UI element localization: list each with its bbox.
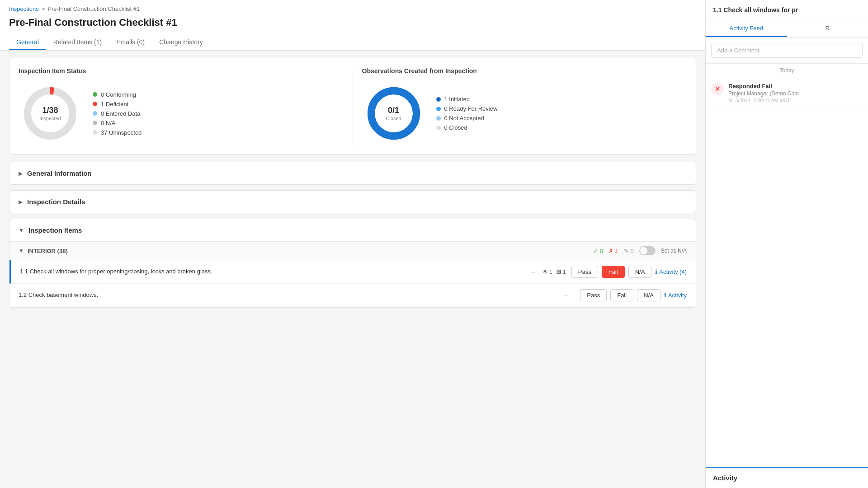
donut-main: 1/38 bbox=[39, 106, 61, 116]
feed-title-1: Responded Fail bbox=[728, 83, 863, 89]
inspection-status-title: Inspection Item Status bbox=[19, 67, 344, 75]
general-info-section: ▶ General Information bbox=[9, 162, 696, 185]
status-card: Inspection Item Status 1/38 Inspected bbox=[9, 58, 696, 155]
breadcrumb-current: Pre-Final Construction Checklist #1 bbox=[47, 5, 140, 12]
obs-donut-sub: Closed bbox=[386, 116, 401, 121]
add-comment-area bbox=[706, 38, 868, 64]
row-actions-1-2: Pass Fail N/A ℹ Activity bbox=[580, 289, 687, 301]
pass-button-1-2[interactable]: Pass bbox=[580, 289, 607, 301]
inspection-details-header[interactable]: ▶ Inspection Details bbox=[9, 191, 696, 213]
fail-button-1-2[interactable]: Fail bbox=[610, 289, 633, 301]
observations-donut: 0/1 Closed bbox=[362, 82, 425, 145]
page-title: Pre-Final Construction Checklist #1 bbox=[9, 17, 177, 28]
activity-button-1-1[interactable]: ℹ Activity (4) bbox=[655, 268, 687, 275]
feed-fail-icon: ✕ bbox=[711, 83, 724, 95]
set-na-toggle[interactable] bbox=[639, 246, 656, 255]
inspection-donut: 1/38 Inspected bbox=[19, 82, 82, 145]
panel-tab-related[interactable]: R bbox=[787, 20, 868, 37]
tab-emails[interactable]: Emails (0) bbox=[109, 35, 152, 50]
inspection-row-1-1: 1.1 Check all windows for proper opening… bbox=[9, 260, 696, 284]
info-icon-2: ℹ bbox=[664, 292, 666, 299]
inspection-items-header[interactable]: ▼ Inspection Items bbox=[9, 219, 696, 241]
na-button-1-2[interactable]: N/A bbox=[637, 289, 660, 301]
na-button-1-1[interactable]: N/A bbox=[628, 266, 652, 278]
fail-button-1-1[interactable]: Fail bbox=[602, 266, 625, 278]
row-actions-1-1: Pass Fail N/A ℹ Activity (4) bbox=[571, 266, 687, 278]
right-panel: 1.1 Check all windows for pr Activity Fe… bbox=[705, 0, 868, 488]
inspection-items-card: ▼ Inspection Items ▼ INTERIOR (38) ✓ 0 ✗… bbox=[9, 219, 696, 308]
activity-panel[interactable]: Activity bbox=[706, 467, 868, 488]
interior-chevron: ▼ bbox=[19, 248, 24, 254]
add-comment-input[interactable] bbox=[711, 43, 863, 58]
tab-change-history[interactable]: Change History bbox=[152, 35, 210, 50]
breadcrumb-sep: > bbox=[42, 5, 45, 12]
feed-content-1: Responded Fail Project Manager (Demo Com… bbox=[728, 83, 863, 103]
interior-title-text: INTERIOR (38) bbox=[28, 248, 68, 254]
tab-related-items[interactable]: Related Items (1) bbox=[46, 35, 109, 50]
inspection-item-status: Inspection Item Status 1/38 Inspected bbox=[19, 67, 344, 145]
activity-panel-title: Activity bbox=[713, 474, 737, 482]
obs-donut-main: 0/1 bbox=[386, 106, 401, 116]
chevron-right-icon-2: ▶ bbox=[19, 199, 23, 205]
feed-time-1: 8/13/2024, 7:08:47 AM MST bbox=[728, 98, 863, 103]
row-title-1-2: 1.2 Check basement windows. bbox=[19, 291, 557, 299]
status-divider bbox=[353, 67, 353, 145]
info-icon: ℹ bbox=[655, 268, 657, 275]
donut-sub: Inspected bbox=[39, 116, 61, 121]
general-info-title: General Information bbox=[27, 169, 92, 177]
feed-date: Today bbox=[706, 64, 868, 77]
observations-legend: 1 Initiated 0 Ready For Review 0 Not Acc… bbox=[436, 96, 498, 131]
chevron-down-icon: ▼ bbox=[19, 227, 24, 234]
row-title-1-1: 1.1 Check all windows for proper opening… bbox=[20, 267, 524, 276]
activity-button-1-2[interactable]: ℹ Activity bbox=[664, 292, 687, 299]
set-na-label: Set as N/A bbox=[661, 248, 687, 254]
chevron-right-icon: ▶ bbox=[19, 170, 23, 177]
interior-actions: ✓ 0 ✗ 1 ✎ 0 Set as N/A bbox=[593, 246, 687, 255]
tab-general[interactable]: General bbox=[9, 35, 46, 50]
interior-group-header: ▼ INTERIOR (38) ✓ 0 ✗ 1 ✎ 0 Set as N/A bbox=[9, 241, 696, 260]
observations-status: Observations Created from Inspection 0/1… bbox=[362, 67, 687, 145]
inspection-row-1-2: 1.2 Check basement windows. -- Pass Fail… bbox=[9, 284, 696, 307]
breadcrumb-parent[interactable]: Inspections bbox=[9, 5, 39, 12]
inspection-legend: 0 Conforming 1 Deficient 0 Entered Data … bbox=[93, 91, 142, 136]
inspection-items-title: Inspection Items bbox=[28, 226, 82, 234]
feed-subtitle-1: Project Manager (Demo Com bbox=[728, 90, 863, 97]
inspection-details-title: Inspection Details bbox=[27, 198, 85, 206]
right-panel-header: 1.1 Check all windows for pr bbox=[706, 0, 868, 20]
general-info-header[interactable]: ▶ General Information bbox=[9, 162, 696, 184]
observations-title: Observations Created from Inspection bbox=[362, 67, 687, 75]
feed-item-1: ✕ Responded Fail Project Manager (Demo C… bbox=[706, 77, 868, 107]
inspection-details-section: ▶ Inspection Details bbox=[9, 190, 696, 213]
row-icons-1-1: 👁 1 🖼 1 bbox=[542, 269, 566, 275]
panel-tab-activity-feed[interactable]: Activity Feed bbox=[706, 20, 787, 37]
panel-tab-bar: Activity Feed R bbox=[706, 20, 868, 38]
pass-button-1-1[interactable]: Pass bbox=[571, 266, 598, 278]
